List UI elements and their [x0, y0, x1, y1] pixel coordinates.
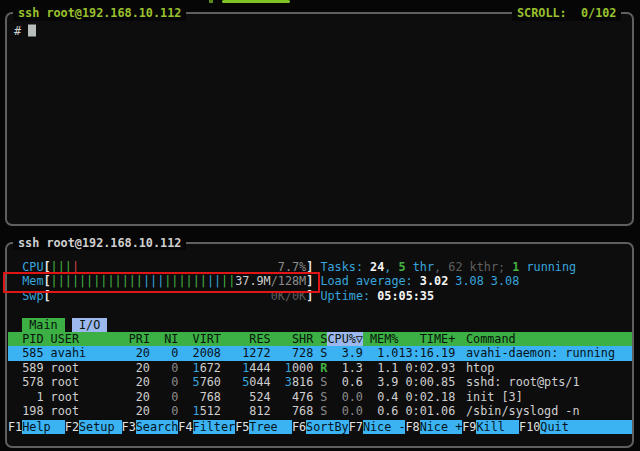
prompt-char: # — [14, 24, 21, 38]
column-header-virt[interactable]: VIRT — [178, 332, 221, 347]
process-row-589[interactable]: 589root200167214441000R1.31.10:02.93htop — [8, 361, 632, 376]
cell-cpu: 0.0 — [327, 390, 363, 405]
pane-bottom-title: ssh root@192.168.10.112 — [13, 236, 186, 251]
fkey-label-setup[interactable]: Setup — [79, 420, 122, 434]
fkey-label-quit[interactable]: Quit — [540, 420, 632, 434]
cell-shr: 768 — [271, 404, 314, 419]
cell-virt: 1672 — [178, 361, 221, 376]
cell-pid: 1 — [8, 390, 44, 405]
function-key-bar: F1HelpF2SetupF3SearchF4FilterF5TreeF6Sor… — [8, 420, 632, 434]
fkey-label-nice-[interactable]: Nice + — [420, 420, 463, 434]
fkey-label-tree[interactable]: Tree — [249, 420, 292, 434]
cell-time: 0:02.18 — [398, 390, 455, 405]
cell-cpu: 3.9 — [327, 346, 363, 361]
column-header-res[interactable]: RES — [221, 332, 271, 347]
column-header-time[interactable]: TIME+ — [398, 332, 455, 347]
cell-user: root — [44, 390, 122, 405]
process-table: PIDUSERPRINIVIRTRESSHRSCPU%▽MEM%TIME+Com… — [8, 332, 632, 419]
cell-s: S — [313, 390, 327, 405]
pane-top-shell[interactable] — [5, 12, 634, 226]
column-header-shr[interactable]: SHR — [271, 332, 314, 347]
column-header-cmd[interactable]: Command — [455, 332, 632, 347]
cell-pid: 198 — [8, 404, 44, 419]
process-row-198[interactable]: 198root2001512812768S0.00.60:01.06/sbin/… — [8, 404, 632, 419]
cell-cmd: sshd: root@pts/1 — [455, 375, 632, 390]
cell-pid: 578 — [8, 375, 44, 390]
uptime: Uptime: 05:05:35 — [320, 289, 576, 304]
cell-pri: 20 — [122, 390, 150, 405]
table-header-row: PIDUSERPRINIVIRTRESSHRSCPU%▽MEM%TIME+Com… — [8, 332, 632, 347]
cell-ni: 0 — [150, 375, 178, 390]
htop-tab-bar: MainI/O — [8, 318, 107, 333]
fkey-label-help[interactable]: Help — [22, 420, 65, 434]
process-row-1[interactable]: 1root200768524476S0.00.40:02.18init [3] — [8, 390, 632, 405]
cell-virt: 768 — [178, 390, 221, 405]
cell-user: avahi — [44, 346, 122, 361]
pane-top-title: ssh root@192.168.10.112 — [13, 6, 186, 21]
cell-mem: 3.9 — [363, 375, 399, 390]
cell-mem: 0.4 — [363, 390, 399, 405]
cell-shr: 728 — [271, 346, 314, 361]
tab-main[interactable]: Main — [22, 318, 65, 333]
column-header-s[interactable]: S — [313, 332, 327, 347]
fkey-f6[interactable]: F6 — [292, 420, 306, 434]
top-progress-artifact — [222, 0, 290, 3]
cell-user: root — [44, 361, 122, 376]
cell-virt: 5760 — [178, 375, 221, 390]
cell-cpu: 0.6 — [327, 375, 363, 390]
cell-ni: 0 — [150, 404, 178, 419]
cell-pid: 589 — [8, 361, 44, 376]
cell-pri: 20 — [122, 361, 150, 376]
cell-cpu: 0.0 — [327, 404, 363, 419]
fkey-f5[interactable]: F5 — [235, 420, 249, 434]
cell-pri: 20 — [122, 346, 150, 361]
fkey-f2[interactable]: F2 — [65, 420, 79, 434]
fkey-f7[interactable]: F7 — [349, 420, 363, 434]
cell-shr: 1000 — [271, 361, 314, 376]
tasks-summary: Tasks: 24, 5 thr, 62 kthr; 1 running — [320, 260, 576, 275]
cell-shr: 3816 — [271, 375, 314, 390]
fkey-label-search[interactable]: Search — [136, 420, 179, 434]
fkey-f9[interactable]: F9 — [462, 420, 476, 434]
scroll-indicator: SCROLL: 0/102 — [512, 6, 621, 21]
column-header-pid[interactable]: PID — [8, 332, 44, 347]
cell-res: 524 — [221, 390, 271, 405]
column-header-pri[interactable]: PRI — [122, 332, 150, 347]
cell-time: 13:16.19 — [398, 346, 455, 361]
cursor-block — [28, 25, 36, 37]
mem-meter: Mem[||||||||||||||||||||||||||37.9M/128M… — [8, 274, 313, 289]
fkey-label-filter[interactable]: Filter — [193, 420, 236, 434]
load-average: Load average: 3.02 3.08 3.08 — [320, 274, 576, 289]
cell-ni: 0 — [150, 361, 178, 376]
swp-meter: Swp[0K/0K] — [8, 289, 313, 304]
fkey-label-kill[interactable]: Kill — [476, 420, 519, 434]
cell-virt: 1512 — [178, 404, 221, 419]
fkey-f1[interactable]: F1 — [8, 420, 22, 434]
cell-mem: 0.6 — [363, 404, 399, 419]
cell-cmd: htop — [455, 361, 632, 376]
cell-mem: 1.0 — [363, 346, 399, 361]
column-header-mem[interactable]: MEM% — [363, 332, 399, 347]
tab-io[interactable]: I/O — [72, 318, 108, 333]
top-progress-dot — [209, 0, 213, 3]
fkey-f8[interactable]: F8 — [405, 420, 419, 434]
cell-cmd: avahi-daemon: running — [455, 346, 632, 361]
column-header-user[interactable]: USER — [44, 332, 122, 347]
cell-cmd: init [3] — [455, 390, 632, 405]
column-header-ni[interactable]: NI — [150, 332, 178, 347]
fkey-label-sortby[interactable]: SortBy — [306, 420, 349, 434]
htop-meters: CPU[||||7.7%]Mem[|||||||||||||||||||||||… — [8, 260, 313, 304]
cell-s: S — [313, 404, 327, 419]
cell-cpu: 1.3 — [327, 361, 363, 376]
shell-prompt[interactable]: # — [14, 23, 36, 39]
process-row-585[interactable]: 585avahi20020081272728S3.91.013:16.19ava… — [8, 346, 632, 361]
fkey-label-nice-[interactable]: Nice - — [363, 420, 406, 434]
cell-res: 5044 — [221, 375, 271, 390]
column-header-cpu[interactable]: CPU%▽ — [327, 332, 363, 347]
fkey-f3[interactable]: F3 — [122, 420, 136, 434]
fkey-f10[interactable]: F10 — [519, 420, 540, 434]
htop-summary: Tasks: 24, 5 thr, 62 kthr; 1 runningLoad… — [320, 260, 576, 304]
fkey-f4[interactable]: F4 — [178, 420, 192, 434]
process-row-578[interactable]: 578root200576050443816S0.63.90:00.85sshd… — [8, 375, 632, 390]
cell-time: 0:01.06 — [398, 404, 455, 419]
